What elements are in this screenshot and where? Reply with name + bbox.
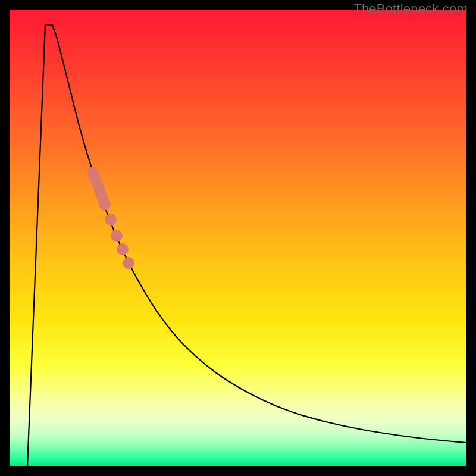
highlight-dot bbox=[99, 199, 111, 211]
highlight-dot bbox=[123, 257, 134, 269]
highlight-dot bbox=[95, 186, 105, 196]
highlight-dot bbox=[89, 168, 97, 176]
highlight-dot bbox=[105, 214, 117, 226]
highlight-dot bbox=[117, 243, 129, 255]
attribution-label: TheBottleneck.com bbox=[353, 1, 468, 17]
chart-svg bbox=[10, 10, 466, 466]
highlight-segment bbox=[89, 168, 134, 269]
highlight-dot bbox=[111, 230, 123, 242]
bottleneck-curve bbox=[27, 25, 466, 466]
chart-frame: TheBottleneck.com bbox=[0, 0, 476, 476]
highlight-dot bbox=[92, 177, 100, 185]
